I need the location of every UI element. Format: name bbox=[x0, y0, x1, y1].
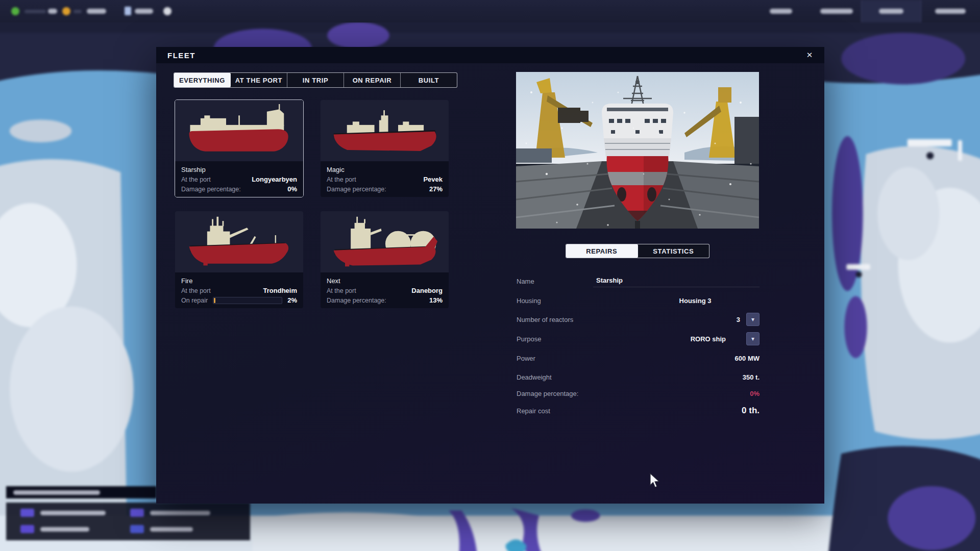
damage-value: 27% bbox=[429, 185, 443, 193]
legend-swatch bbox=[20, 525, 34, 533]
tab-everything[interactable]: EVERYTHING bbox=[174, 73, 231, 87]
ship-thumbnail bbox=[175, 211, 303, 272]
topbar-button-fleet[interactable] bbox=[861, 0, 921, 22]
form-row-reactors: Number of reactors 3 ▾ bbox=[517, 312, 760, 327]
form-row-deadweight: Deadweight 350 t. bbox=[517, 370, 760, 384]
form-row-housing: Housing Housing 3 bbox=[517, 293, 760, 308]
ship-name: Fire bbox=[181, 277, 192, 285]
ship-silhouette-lng bbox=[328, 215, 442, 268]
damage-value: 0% bbox=[287, 185, 297, 193]
hud-date-value bbox=[135, 9, 153, 14]
legend-swatch bbox=[130, 509, 144, 517]
reactors-label: Number of reactors bbox=[517, 316, 573, 323]
reactors-value: 3 bbox=[737, 316, 740, 323]
legend-swatch bbox=[20, 509, 34, 517]
form-row-power: Power 600 MW bbox=[517, 351, 760, 365]
tab-on-repair[interactable]: ON REPAIR bbox=[344, 73, 401, 87]
ship-detail-form: Name Starship Housing Housing 3 Number o… bbox=[517, 47, 760, 504]
port-label: At the port bbox=[181, 176, 211, 183]
power-value: 600 MW bbox=[735, 355, 760, 362]
hud-bar bbox=[24, 10, 46, 13]
form-row-name: Name Starship bbox=[517, 274, 760, 288]
port-value: Pevek bbox=[423, 176, 443, 183]
ship-silhouette-tanker bbox=[328, 104, 442, 157]
damage-label: Damage percentage: bbox=[327, 186, 386, 193]
ship-name: Starship bbox=[181, 166, 206, 173]
form-row-damage: Damage percentage: 0% bbox=[517, 386, 760, 400]
port-value: Daneborg bbox=[411, 287, 443, 294]
topbar-button-label bbox=[935, 9, 966, 14]
money-icon bbox=[62, 7, 70, 15]
purpose-dropdown-button[interactable]: ▾ bbox=[746, 332, 760, 345]
repair-cost-label: Repair cost bbox=[517, 407, 550, 415]
legend-title-bar bbox=[13, 490, 100, 495]
ship-card-fire[interactable]: Fire At the port Trondheim On repair 2% bbox=[175, 211, 303, 308]
repair-cost-value: 0 th. bbox=[742, 406, 760, 416]
ship-card-info: Next At the port Daneborg Damage percent… bbox=[321, 272, 449, 308]
topbar-button-contracts[interactable] bbox=[812, 0, 861, 22]
port-value: Longyearbyen bbox=[252, 176, 297, 183]
close-icon[interactable]: ✕ bbox=[803, 48, 816, 62]
legend-body bbox=[6, 503, 250, 540]
chevron-down-icon: ▾ bbox=[751, 316, 754, 323]
repair-progress-bar bbox=[213, 297, 282, 304]
name-input[interactable]: Starship bbox=[593, 274, 760, 287]
hud-money-value bbox=[87, 9, 106, 14]
legend-header bbox=[6, 486, 157, 498]
repair-value: 2% bbox=[287, 296, 297, 304]
ship-silhouette-cargo bbox=[182, 104, 297, 157]
form-row-purpose: Purpose RORO ship ▾ bbox=[517, 332, 760, 346]
housing-value[interactable]: Housing 3 bbox=[644, 297, 746, 305]
damage-label: Damage percentage: bbox=[181, 186, 241, 193]
fleet-filter-tabs: EVERYTHING AT THE PORT IN TRIP ON REPAIR… bbox=[174, 72, 457, 88]
form-row-repair-cost: Repair cost 0 th. bbox=[517, 404, 760, 418]
damage-label: Damage percentage: bbox=[517, 390, 578, 397]
deadweight-label: Deadweight bbox=[517, 373, 552, 381]
tab-built[interactable]: BUILT bbox=[401, 73, 457, 87]
deadweight-value: 350 t. bbox=[743, 373, 760, 381]
ship-thumbnail bbox=[175, 100, 303, 161]
ship-card-starship[interactable]: Starship At the port Longyearbyen Damage… bbox=[175, 100, 303, 197]
hud-resources bbox=[0, 0, 306, 22]
hud-value bbox=[48, 9, 57, 14]
gear-icon bbox=[163, 7, 172, 15]
damage-label: Damage percentage: bbox=[327, 297, 386, 304]
damage-value: 0% bbox=[750, 390, 760, 397]
mouse-cursor bbox=[649, 473, 662, 491]
ship-card-info: Fire At the port Trondheim On repair 2% bbox=[175, 272, 303, 308]
tab-in-trip[interactable]: IN TRIP bbox=[287, 73, 344, 87]
topbar-button-goals[interactable] bbox=[750, 0, 812, 22]
name-label: Name bbox=[517, 278, 534, 285]
tab-at-the-port[interactable]: AT THE PORT bbox=[231, 73, 287, 87]
topbar-button-label bbox=[770, 9, 792, 14]
fleet-dialog: FLEET ✕ EVERYTHING AT THE PORT IN TRIP O… bbox=[156, 47, 824, 504]
topbar-button-label bbox=[879, 9, 903, 14]
ship-card-magic[interactable]: Magic At the port Pevek Damage percentag… bbox=[321, 100, 449, 197]
ship-card-info: Magic At the port Pevek Damage percentag… bbox=[321, 161, 449, 197]
hud-bar bbox=[74, 10, 82, 13]
legend-swatch bbox=[130, 525, 144, 533]
chevron-down-icon: ▾ bbox=[751, 335, 754, 342]
topbar bbox=[0, 0, 980, 22]
name-value: Starship bbox=[596, 277, 623, 284]
legend-label-bar bbox=[40, 511, 106, 515]
ship-thumbnail bbox=[321, 100, 449, 161]
port-label: At the port bbox=[327, 176, 356, 183]
port-label: At the port bbox=[181, 287, 211, 294]
topbar-button-building[interactable] bbox=[920, 0, 980, 22]
legend-item bbox=[130, 509, 210, 517]
ship-card-next[interactable]: Next At the port Daneborg Damage percent… bbox=[321, 211, 449, 308]
repair-label: On repair bbox=[181, 297, 208, 304]
purpose-value: RORO ship bbox=[691, 335, 726, 343]
ship-name: Magic bbox=[327, 166, 345, 173]
damage-value: 13% bbox=[429, 296, 443, 304]
calendar-icon bbox=[125, 7, 131, 15]
status-dot-icon bbox=[11, 7, 19, 15]
ship-card-info: Starship At the port Longyearbyen Damage… bbox=[175, 161, 303, 197]
repair-progress-fill bbox=[214, 298, 215, 303]
reactors-dropdown-button[interactable]: ▾ bbox=[746, 313, 760, 326]
legend-label-bar bbox=[150, 527, 193, 532]
purpose-label: Purpose bbox=[517, 335, 541, 343]
dialog-title: FLEET bbox=[167, 51, 195, 60]
power-label: Power bbox=[517, 355, 535, 362]
